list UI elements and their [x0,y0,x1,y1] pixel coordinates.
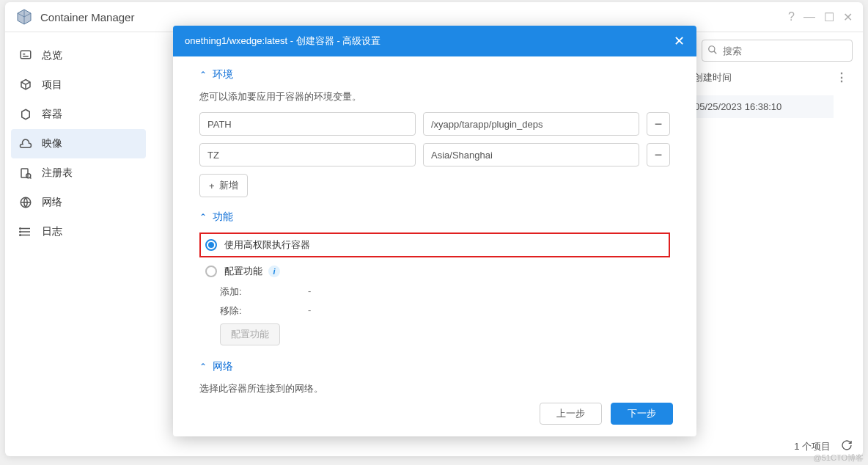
radio-checked-icon[interactable] [205,239,217,251]
sidebar-label: 项目 [42,78,62,92]
privileged-label: 使用高权限执行容器 [224,238,310,252]
env-row: − [199,112,670,136]
section-net-title: 网络 [213,360,233,373]
network-icon [18,195,33,210]
container-icon [18,107,33,122]
info-icon[interactable]: i [268,266,280,277]
row-created-time[interactable]: 05/25/2023 16:38:10 [694,95,834,118]
section-env-title: 环境 [213,68,233,81]
create-container-modal: onething1/wxedge:latest - 创建容器 - 高级设置 ✕ … [173,26,696,436]
window-controls: ? — ☐ ✕ [788,10,853,24]
search-input[interactable] [702,40,853,62]
modal-header: onething1/wxedge:latest - 创建容器 - 高级设置 ✕ [173,26,696,56]
maximize-icon[interactable]: ☐ [824,10,834,24]
svg-point-5 [20,231,21,232]
config-capabilities-button: 配置功能 [220,323,280,345]
refresh-icon[interactable] [841,439,853,453]
sidebar-item-log[interactable]: 日志 [5,217,152,246]
cap-add-label: 添加: [220,285,308,299]
env-help-text: 您可以添加要应用于容器的环境变量。 [199,90,670,103]
image-icon [18,136,33,151]
sidebar-label: 网络 [42,196,62,209]
env-remove-button[interactable]: − [647,112,670,136]
modal-close-icon[interactable]: ✕ [674,33,685,49]
footer-status: 1 个项目 [794,439,853,453]
modal-body[interactable]: ⌃ 环境 您可以添加要应用于容器的环境变量。 − − +新增 ⌃ 功能 使用高权… [173,56,696,395]
env-key-input[interactable] [199,143,416,166]
cap-add-value: - [308,285,311,299]
table-header: 创建时间 ⋮ [694,70,853,84]
env-key-input[interactable] [199,112,416,136]
cap-add-row: 添加: - [220,285,670,299]
plus-icon: + [209,180,215,191]
svg-point-4 [20,228,21,230]
svg-rect-1 [21,169,28,177]
sidebar-item-registry[interactable]: 注册表 [5,158,152,188]
registry-icon [18,166,33,180]
chevron-up-icon: ⌃ [199,212,207,222]
close-icon[interactable]: ✕ [843,10,853,24]
env-add-button[interactable]: +新增 [199,174,248,197]
sidebar-label: 注册表 [42,166,73,180]
item-count: 1 个项目 [794,440,831,453]
search-wrap [702,40,853,62]
minimize-icon[interactable]: — [803,10,815,24]
search-icon [707,45,718,58]
sidebar-item-container[interactable]: 容器 [5,100,152,129]
modal-title: onething1/wxedge:latest - 创建容器 - 高级设置 [185,34,380,48]
sidebar: 总览 项目 容器 映像 注册表 网络 [5,32,152,456]
watermark: @51CTO博客 [814,453,864,464]
sidebar-item-overview[interactable]: 总览 [5,41,152,70]
sidebar-item-project[interactable]: 项目 [5,70,152,100]
svg-rect-0 [21,51,31,59]
svg-point-7 [709,46,715,52]
log-icon [18,224,33,239]
privileged-radio-row[interactable]: 使用高权限执行容器 [199,232,670,257]
env-row: − [199,143,670,166]
overview-icon [18,48,33,63]
capabilities-radio-row[interactable]: 配置功能 i [199,265,670,278]
capabilities-label: 配置功能 [224,265,262,278]
modal-footer: 上一步 下一步 [173,395,696,436]
chevron-up-icon: ⌃ [199,362,207,372]
env-remove-button[interactable]: − [647,143,670,166]
svg-point-6 [20,235,21,236]
sidebar-label: 日志 [42,225,62,238]
app-icon [15,8,33,26]
env-value-input[interactable] [423,143,639,166]
cap-remove-row: 移除: - [220,304,670,318]
net-help-text: 选择此容器所连接到的网络。 [199,382,670,395]
radio-unchecked-icon[interactable] [205,266,217,277]
sidebar-item-network[interactable]: 网络 [5,188,152,217]
app-title: Container Manager [40,11,788,23]
more-icon[interactable]: ⋮ [831,70,853,84]
col-created[interactable]: 创建时间 [694,71,825,84]
help-icon[interactable]: ? [788,10,795,24]
env-value-input[interactable] [423,112,639,136]
section-env-toggle[interactable]: ⌃ 环境 [199,68,670,81]
sidebar-label: 总览 [42,49,62,62]
sidebar-label: 映像 [42,137,62,150]
section-func-toggle[interactable]: ⌃ 功能 [199,210,670,224]
sidebar-label: 容器 [42,108,62,121]
section-func-title: 功能 [213,210,233,224]
cap-remove-label: 移除: [220,304,308,318]
section-net-toggle[interactable]: ⌃ 网络 [199,360,670,373]
project-icon [18,78,33,92]
cap-remove-value: - [308,304,311,318]
prev-button[interactable]: 上一步 [540,403,602,425]
next-button[interactable]: 下一步 [611,403,673,425]
chevron-up-icon: ⌃ [199,70,207,80]
sidebar-item-image[interactable]: 映像 [11,129,146,158]
